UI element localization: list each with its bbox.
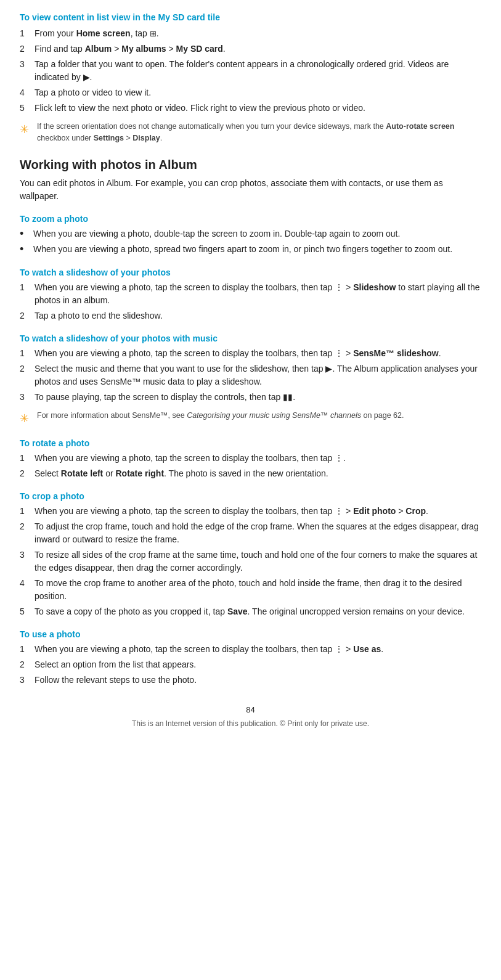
step-num: 1 [20, 643, 30, 656]
zoom-bullet-2: • When you are viewing a photo, spread t… [20, 243, 481, 256]
slideshow-title: To watch a slideshow of your photos [20, 267, 481, 277]
top-steps-list: 1 From your Home screen, tap ⊞. 2 Find a… [20, 27, 481, 115]
zoom-section: To zoom a photo • When you are viewing a… [20, 214, 481, 256]
slideshow-music-steps: 1 When you are viewing a photo, tap the … [20, 347, 481, 404]
rotate-section: To rotate a photo 1 When you are viewing… [20, 438, 481, 480]
top-step-5: 5 Flick left to view the next photo or v… [20, 102, 481, 115]
rotate-step-2: 2 Select Rotate left or Rotate right. Th… [20, 467, 481, 480]
bullet-icon: • [20, 227, 28, 241]
top-step-4: 4 Tap a photo or video to view it. [20, 86, 481, 99]
slideshow-music-step-2: 2 Select the music and theme that you wa… [20, 362, 481, 388]
slideshow-section: To watch a slideshow of your photos 1 Wh… [20, 267, 481, 322]
bullet-icon: • [20, 243, 28, 256]
use-photo-step-2: 2 Select an option from the list that ap… [20, 658, 481, 671]
step-text: Select Rotate left or Rotate right. The … [35, 467, 328, 480]
step-text: To move the crop frame to another area o… [35, 577, 481, 603]
step-num: 1 [20, 505, 30, 518]
step-text: When you are viewing a photo, tap the sc… [35, 452, 346, 465]
tip-text: For more information about SensMe™, see … [37, 410, 404, 427]
crop-step-4: 4 To move the crop frame to another area… [20, 577, 481, 603]
slideshow-music-step-1: 1 When you are viewing a photo, tap the … [20, 347, 481, 360]
step-num: 2 [20, 658, 30, 671]
rotate-title: To rotate a photo [20, 438, 481, 448]
use-photo-step-3: 3 Follow the relevant steps to use the p… [20, 674, 481, 687]
tip-box-2: ✳ For more information about SensMe™, se… [20, 410, 481, 427]
bullet-text: When you are viewing a photo, spread two… [33, 243, 452, 256]
slideshow-steps: 1 When you are viewing a photo, tap the … [20, 281, 481, 322]
working-intro: You can edit photos in Album. For exampl… [20, 177, 481, 203]
step-text: When you are viewing a photo, tap the sc… [35, 281, 481, 307]
page-number: 84 [20, 705, 481, 714]
step-text: Select an option from the list that appe… [35, 658, 196, 671]
slideshow-step-1: 1 When you are viewing a photo, tap the … [20, 281, 481, 307]
tip-text: If the screen orientation does not chang… [37, 121, 481, 144]
top-section-title: To view content in list view in the My S… [20, 12, 481, 22]
rotate-steps: 1 When you are viewing a photo, tap the … [20, 452, 481, 480]
step-num: 2 [20, 520, 30, 546]
top-section: To view content in list view in the My S… [20, 12, 481, 144]
top-step-3: 3 Tap a folder that you want to open. Th… [20, 58, 481, 84]
zoom-bullets: • When you are viewing a photo, double-t… [20, 227, 481, 256]
step-num: 2 [20, 43, 30, 55]
zoom-bullet-1: • When you are viewing a photo, double-t… [20, 227, 481, 241]
crop-step-1: 1 When you are viewing a photo, tap the … [20, 505, 481, 518]
step-num: 3 [20, 549, 30, 574]
tip-icon: ✳ [20, 410, 32, 427]
bullet-text: When you are viewing a photo, double-tap… [33, 227, 400, 241]
step-text: To resize all sides of the crop frame at… [35, 549, 481, 574]
step-num: 2 [20, 467, 30, 480]
step-num: 1 [20, 281, 30, 307]
step-num: 1 [20, 347, 30, 360]
step-num: 4 [20, 577, 30, 603]
step-num: 4 [20, 86, 30, 99]
step-num: 1 [20, 452, 30, 465]
step-text: Flick left to view the next photo or vid… [35, 102, 365, 115]
use-photo-steps: 1 When you are viewing a photo, tap the … [20, 643, 481, 687]
step-text: To save a copy of the photo as you cropp… [35, 605, 465, 618]
step-text: When you are viewing a photo, tap the sc… [35, 347, 441, 360]
step-text: When you are viewing a photo, tap the sc… [35, 643, 383, 656]
step-text: When you are viewing a photo, tap the sc… [35, 505, 428, 518]
slideshow-step-2: 2 Tap a photo to end the slideshow. [20, 309, 481, 322]
tip-box-1: ✳ If the screen orientation does not cha… [20, 121, 481, 144]
step-text: Find and tap Album > My albums > My SD c… [35, 43, 226, 55]
step-num: 2 [20, 362, 30, 388]
use-photo-section: To use a photo 1 When you are viewing a … [20, 629, 481, 687]
crop-step-5: 5 To save a copy of the photo as you cro… [20, 605, 481, 618]
step-num: 3 [20, 674, 30, 687]
step-text: To pause playing, tap the screen to disp… [35, 391, 295, 404]
step-num: 1 [20, 27, 30, 40]
step-text: From your Home screen, tap ⊞. [35, 27, 159, 40]
crop-steps: 1 When you are viewing a photo, tap the … [20, 505, 481, 618]
crop-step-3: 3 To resize all sides of the crop frame … [20, 549, 481, 574]
step-text: Tap a folder that you want to open. The … [35, 58, 481, 84]
slideshow-music-title: To watch a slideshow of your photos with… [20, 333, 481, 343]
step-num: 3 [20, 58, 30, 84]
crop-title: To crop a photo [20, 491, 481, 501]
step-num: 5 [20, 605, 30, 618]
use-photo-step-1: 1 When you are viewing a photo, tap the … [20, 643, 481, 656]
crop-step-2: 2 To adjust the crop frame, touch and ho… [20, 520, 481, 546]
top-step-1: 1 From your Home screen, tap ⊞. [20, 27, 481, 40]
zoom-title: To zoom a photo [20, 214, 481, 224]
footer-text: This is an Internet version of this publ… [20, 719, 481, 728]
working-heading: Working with photos in Album [20, 158, 481, 172]
top-step-2: 2 Find and tap Album > My albums > My SD… [20, 43, 481, 55]
step-text: Select the music and theme that you want… [35, 362, 481, 388]
working-section: Working with photos in Album You can edi… [20, 158, 481, 203]
step-num: 5 [20, 102, 30, 115]
slideshow-music-step-3: 3 To pause playing, tap the screen to di… [20, 391, 481, 404]
step-num: 3 [20, 391, 30, 404]
step-text: Follow the relevant steps to use the pho… [35, 674, 197, 687]
use-photo-title: To use a photo [20, 629, 481, 639]
tip-icon: ✳ [20, 121, 32, 144]
slideshow-music-section: To watch a slideshow of your photos with… [20, 333, 481, 427]
crop-section: To crop a photo 1 When you are viewing a… [20, 491, 481, 618]
rotate-step-1: 1 When you are viewing a photo, tap the … [20, 452, 481, 465]
step-text: Tap a photo or video to view it. [35, 86, 151, 99]
step-num: 2 [20, 309, 30, 322]
step-text: To adjust the crop frame, touch and hold… [35, 520, 481, 546]
step-text: Tap a photo to end the slideshow. [35, 309, 163, 322]
